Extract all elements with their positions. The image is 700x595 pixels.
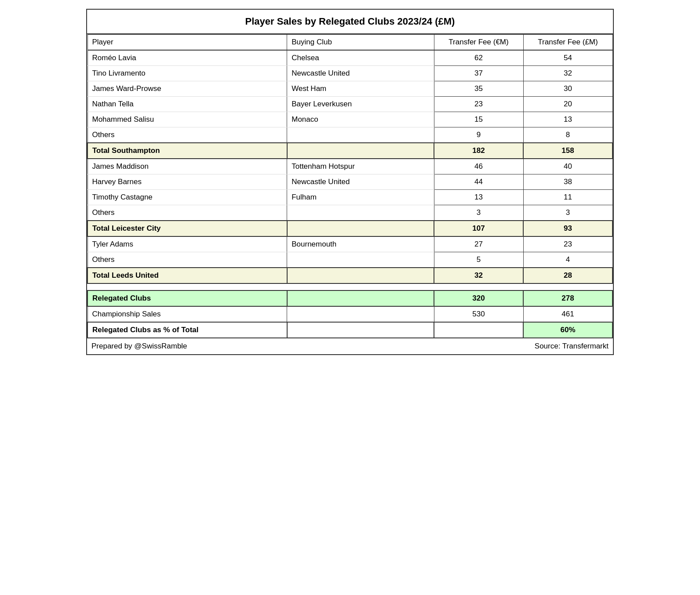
- grand-total-row: Relegated Clubs 320 278: [88, 290, 612, 306]
- player-name: Others: [88, 205, 287, 221]
- buying-club: Bayer Leverkusen: [287, 97, 434, 112]
- buying-club: [287, 252, 434, 268]
- fee-gbp: 20: [523, 97, 612, 112]
- total-gbp: 158: [523, 143, 612, 159]
- player-name: Roméo Lavia: [88, 50, 287, 66]
- fee-eur: 35: [434, 81, 523, 97]
- header-fee-gbp: Transfer Fee (£M): [523, 35, 612, 51]
- pct-blank: [287, 322, 434, 338]
- table-row: Harvey Barnes Newcastle United 44 38: [88, 174, 612, 190]
- pct-value: 60%: [523, 322, 612, 338]
- total-label: Total Leicester City: [88, 221, 287, 236]
- fee-eur: 37: [434, 66, 523, 81]
- fee-eur: 46: [434, 159, 523, 174]
- header-fee-eur: Transfer Fee (€M): [434, 35, 523, 51]
- total-blank: [287, 221, 434, 236]
- fee-gbp: 32: [523, 66, 612, 81]
- table-row: Others 9 8: [88, 127, 612, 143]
- fee-eur: 13: [434, 190, 523, 205]
- grand-total-gbp: 278: [523, 290, 612, 306]
- table-row: Timothy Castagne Fulham 13 11: [88, 190, 612, 205]
- player-name: Timothy Castagne: [88, 190, 287, 205]
- player-name: Tino Livramento: [88, 66, 287, 81]
- footer-source: Source: Transfermarkt: [535, 342, 609, 351]
- player-name: Mohammed Salisu: [88, 112, 287, 127]
- grand-total-eur: 320: [434, 290, 523, 306]
- fee-gbp: 30: [523, 81, 612, 97]
- buying-club: [287, 205, 434, 221]
- fee-eur: 27: [434, 236, 523, 252]
- percentage-row: Relegated Clubs as % of Total 60%: [88, 322, 612, 338]
- buying-club: Chelsea: [287, 50, 434, 66]
- player-name: Tyler Adams: [88, 236, 287, 252]
- total-eur: 107: [434, 221, 523, 236]
- table-row: Tyler Adams Bournemouth 27 23: [88, 236, 612, 252]
- footer-prepared: Prepared by @SwissRamble: [91, 342, 187, 351]
- player-name: Others: [88, 252, 287, 268]
- fee-gbp: 23: [523, 236, 612, 252]
- total-gbp: 28: [523, 268, 612, 283]
- total-row: Total Southampton 182 158: [88, 143, 612, 159]
- buying-club: Fulham: [287, 190, 434, 205]
- total-blank: [287, 268, 434, 283]
- fee-eur: 5: [434, 252, 523, 268]
- total-row: Total Leeds United 32 28: [88, 268, 612, 283]
- fee-gbp: 8: [523, 127, 612, 143]
- fee-eur: 62: [434, 50, 523, 66]
- grand-total-blank: [287, 290, 434, 306]
- table-row: Others 3 3: [88, 205, 612, 221]
- total-eur: 32: [434, 268, 523, 283]
- table-row: Tino Livramento Newcastle United 37 32: [88, 66, 612, 81]
- fee-eur: 15: [434, 112, 523, 127]
- pct-label: Relegated Clubs as % of Total: [88, 322, 287, 338]
- player-name: James Ward-Prowse: [88, 81, 287, 97]
- fee-gbp: 3: [523, 205, 612, 221]
- fee-gbp: 13: [523, 112, 612, 127]
- fee-eur: 9: [434, 127, 523, 143]
- buying-club: Bournemouth: [287, 236, 434, 252]
- player-name: Nathan Tella: [88, 97, 287, 112]
- fee-eur: 44: [434, 174, 523, 190]
- buying-club: West Ham: [287, 81, 434, 97]
- fee-gbp: 54: [523, 50, 612, 66]
- fee-eur: 3: [434, 205, 523, 221]
- championship-eur: 530: [434, 306, 523, 322]
- championship-label: Championship Sales: [88, 306, 287, 322]
- buying-club: Newcastle United: [287, 66, 434, 81]
- table-row: James Maddison Tottenham Hotspur 46 40: [88, 159, 612, 174]
- pct-eur-blank: [434, 322, 523, 338]
- table-row: Mohammed Salisu Monaco 15 13: [88, 112, 612, 127]
- player-name: Others: [88, 127, 287, 143]
- fee-eur: 23: [434, 97, 523, 112]
- championship-gbp: 461: [523, 306, 612, 322]
- main-table: Player Buying Club Transfer Fee (€M) Tra…: [87, 34, 613, 338]
- header-buying-club: Buying Club: [287, 35, 434, 51]
- buying-club: [287, 127, 434, 143]
- total-label: Total Leeds United: [88, 268, 287, 283]
- page-title: Player Sales by Relegated Clubs 2023/24 …: [87, 10, 613, 34]
- fee-gbp: 4: [523, 252, 612, 268]
- grand-total-label: Relegated Clubs: [88, 290, 287, 306]
- total-label: Total Southampton: [88, 143, 287, 159]
- header-player: Player: [88, 35, 287, 51]
- table-row: Nathan Tella Bayer Leverkusen 23 20: [88, 97, 612, 112]
- buying-club: Tottenham Hotspur: [287, 159, 434, 174]
- table-row: Roméo Lavia Chelsea 62 54: [88, 50, 612, 66]
- buying-club: Newcastle United: [287, 174, 434, 190]
- table-wrapper: Player Buying Club Transfer Fee (€M) Tra…: [87, 34, 613, 354]
- total-blank: [287, 143, 434, 159]
- championship-row: Championship Sales 530 461: [88, 306, 612, 322]
- total-row: Total Leicester City 107 93: [88, 221, 612, 236]
- fee-gbp: 11: [523, 190, 612, 205]
- player-name: James Maddison: [88, 159, 287, 174]
- table-header: Player Buying Club Transfer Fee (€M) Tra…: [88, 35, 612, 51]
- fee-gbp: 40: [523, 159, 612, 174]
- championship-blank: [287, 306, 434, 322]
- total-eur: 182: [434, 143, 523, 159]
- fee-gbp: 38: [523, 174, 612, 190]
- buying-club: Monaco: [287, 112, 434, 127]
- total-gbp: 93: [523, 221, 612, 236]
- table-row: Others 5 4: [88, 252, 612, 268]
- main-container: Player Sales by Relegated Clubs 2023/24 …: [86, 9, 614, 355]
- player-name: Harvey Barnes: [88, 174, 287, 190]
